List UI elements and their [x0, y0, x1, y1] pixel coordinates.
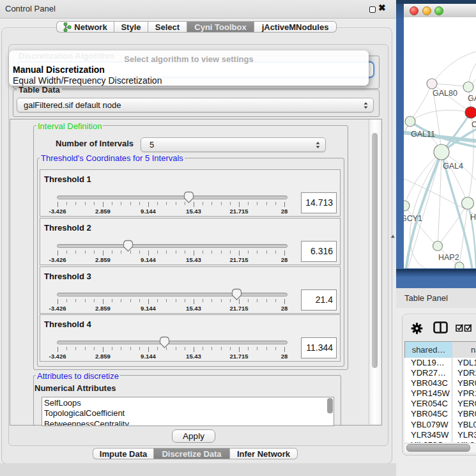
svg-text:GCY1: GCY1 [404, 214, 422, 223]
svg-text:H: H [470, 213, 476, 222]
svg-text:GAL4: GAL4 [443, 162, 463, 171]
svg-text:GA: GA [468, 94, 476, 103]
svg-text:HAP2: HAP2 [438, 253, 459, 262]
svg-text:GAL11: GAL11 [411, 130, 435, 139]
svg-text:GAL80: GAL80 [433, 89, 457, 98]
svg-text:C: C [472, 120, 476, 129]
